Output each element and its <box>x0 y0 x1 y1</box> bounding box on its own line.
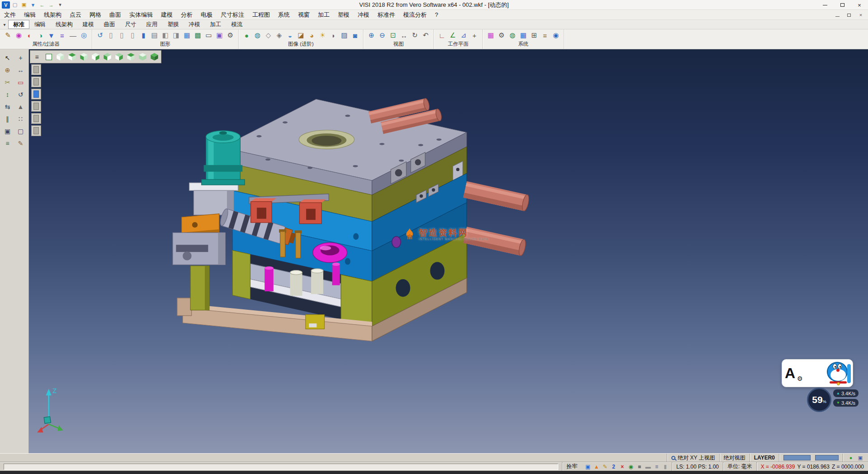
filter-color-icon[interactable]: ◐ <box>24 30 35 41</box>
pan-icon[interactable]: ↔ <box>399 30 409 41</box>
battery-percent-badge[interactable]: 59% <box>807 388 831 412</box>
view-bottom-icon[interactable] <box>137 52 148 62</box>
zoom-out-icon[interactable]: ⊖ <box>377 30 387 41</box>
menu-item-7[interactable]: 实体编辑 <box>125 10 157 20</box>
offset-icon[interactable]: ∥ <box>1 113 14 124</box>
system-info-icon[interactable]: ◉ <box>551 30 561 41</box>
system-settings-icon[interactable]: ⚙ <box>496 30 507 41</box>
model-canvas[interactable]: Z <box>29 49 868 453</box>
sheet-2-icon[interactable]: ▯ <box>117 30 127 41</box>
solid-state-icon[interactable]: ■ <box>636 463 643 470</box>
undo-icon[interactable]: ← <box>38 1 46 9</box>
graphics-settings-icon[interactable]: ⚙ <box>225 30 236 41</box>
tab-5[interactable]: 曲面 <box>99 20 120 29</box>
menu-item-4[interactable]: 点云 <box>66 10 85 20</box>
visi-logo[interactable]: V <box>2 1 10 9</box>
ungroup-icon[interactable]: ▢ <box>14 125 27 137</box>
plane-chip-4[interactable] <box>31 101 41 112</box>
tab-2[interactable]: 编辑 <box>29 20 51 29</box>
lock-state-icon[interactable]: ▮ <box>661 463 669 470</box>
doc-minimize-button[interactable] <box>834 12 841 18</box>
solid-half-icon[interactable]: ◧ <box>160 30 170 41</box>
menu-item-11[interactable]: 尺寸标注 <box>217 10 248 20</box>
save-file-icon[interactable]: ▼ <box>29 1 37 9</box>
menu-item-9[interactable]: 分析 <box>177 10 197 20</box>
view-plane-icon[interactable] <box>43 52 54 62</box>
menu-item-8[interactable]: 建模 <box>157 10 177 20</box>
select-icon[interactable]: ↖ <box>1 52 14 63</box>
shaded-mode-icon[interactable]: ● <box>241 30 252 41</box>
plane-chip-1[interactable] <box>31 64 41 75</box>
view-iso-nw-icon[interactable] <box>66 52 78 62</box>
workplane-align-icon[interactable]: ∠ <box>448 30 458 41</box>
zoom-fit-icon[interactable]: ⊡ <box>388 30 398 41</box>
absolute-view-cell[interactable]: 绝对视图 <box>719 454 750 462</box>
maximize-button[interactable] <box>834 0 851 10</box>
tab-3[interactable]: 线架构 <box>51 20 78 29</box>
units-cell[interactable]: 单位: 毫米 <box>723 462 756 471</box>
quick-access-dropdown-icon[interactable]: ▾ <box>56 1 64 9</box>
section-view-icon[interactable]: ◪ <box>296 30 306 41</box>
menu-item-14[interactable]: 视窗 <box>294 10 314 20</box>
background-icon[interactable]: ▨ <box>339 30 349 41</box>
mirror-icon[interactable]: ⇆ <box>1 101 14 112</box>
view-shaded-icon[interactable] <box>149 52 160 62</box>
menu-item-19[interactable]: 模流分析 <box>399 10 431 20</box>
delete-state-icon[interactable]: × <box>618 463 626 470</box>
filter-layer-icon[interactable]: ▼ <box>46 30 57 41</box>
snapshot-icon[interactable]: ▣ <box>584 463 592 470</box>
pattern-icon[interactable]: ∷ <box>14 113 27 124</box>
sketch-icon[interactable]: ✎ <box>601 463 609 470</box>
rotate-view-icon[interactable]: ↻ <box>410 30 420 41</box>
sheet-active-icon[interactable]: ▮ <box>138 30 149 41</box>
view-mode-cell[interactable]: 绝对 XY 上视图 <box>667 454 719 462</box>
plane-chip-5[interactable] <box>31 113 41 124</box>
box-shaded-icon[interactable]: ▩ <box>193 30 203 41</box>
move-icon[interactable]: ↕ <box>1 89 14 100</box>
table-icon[interactable]: ▦ <box>518 30 528 41</box>
menu-item-20[interactable]: ? <box>431 10 442 19</box>
sheet-3-icon[interactable]: ▯ <box>127 30 138 41</box>
menu-item-5[interactable]: 网格 <box>85 10 105 20</box>
workplane-xy-icon[interactable]: ∟ <box>437 30 447 41</box>
menu-item-3[interactable]: 线架构 <box>40 10 66 20</box>
ruler-icon[interactable]: ▬ <box>644 463 652 470</box>
tab-overflow-icon[interactable]: ▾ <box>1 22 8 27</box>
plane-chip-3[interactable] <box>31 89 41 100</box>
view-top-icon[interactable] <box>125 52 137 62</box>
menu-item-1[interactable]: 文件 <box>0 10 20 20</box>
sheet-1-icon[interactable]: ▯ <box>106 30 116 41</box>
measure-icon[interactable]: ↔ <box>14 64 27 76</box>
group-icon[interactable]: ▣ <box>1 125 14 137</box>
hidden-line-icon[interactable]: ◈ <box>274 30 284 41</box>
menu-item-10[interactable]: 电极 <box>197 10 217 20</box>
workplane-3point-icon[interactable]: ⊿ <box>458 30 469 41</box>
tab-7[interactable]: 应用 <box>142 20 163 29</box>
tab-11[interactable]: 模流 <box>226 20 248 29</box>
line-style-icon[interactable]: — <box>68 30 78 41</box>
scale-icon[interactable]: ▲ <box>14 101 27 112</box>
assistant-widget[interactable]: A ⚙ <box>782 359 853 387</box>
shaded-edges-icon[interactable]: ◍ <box>252 30 263 41</box>
shadow-icon[interactable]: ◗ <box>328 30 339 41</box>
solid-edges-icon[interactable]: ◨ <box>171 30 181 41</box>
lighting-icon[interactable]: ☀ <box>317 30 328 41</box>
select-add-icon[interactable]: + <box>14 52 27 63</box>
erase-icon[interactable]: ▭ <box>14 76 27 88</box>
new-file-icon[interactable]: ▢ <box>11 1 19 9</box>
view-right-icon[interactable] <box>90 52 101 62</box>
open-file-icon[interactable]: ▣ <box>20 1 28 9</box>
layer-move-icon[interactable]: ≡ <box>1 137 14 149</box>
menu-item-18[interactable]: 标准件 <box>373 10 399 20</box>
workplane-reset-icon[interactable]: + <box>469 30 480 41</box>
redo-icon[interactable]: → <box>47 1 55 9</box>
menu-item-17[interactable]: 冲模 <box>354 10 373 20</box>
tab-10[interactable]: 加工 <box>205 20 226 29</box>
view-iso-ne-icon[interactable] <box>55 52 66 62</box>
plane-chip-2[interactable] <box>31 76 41 87</box>
previous-view-icon[interactable]: ↶ <box>420 30 431 41</box>
grid-state-icon[interactable]: ▣ <box>857 454 864 461</box>
doc-restore-button[interactable] <box>845 12 853 18</box>
sheet-list-icon[interactable]: ▤ <box>149 30 160 41</box>
layer-manager-icon[interactable]: ≡ <box>57 30 67 41</box>
